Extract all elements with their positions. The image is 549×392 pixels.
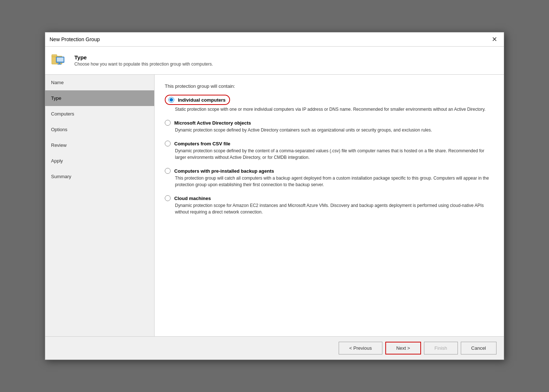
radio-header-opt4: Computers with pre-installed backup agen… [165,168,494,174]
sidebar-item-review[interactable]: Review [45,137,154,153]
svg-rect-1 [52,55,57,57]
sidebar-item-options[interactable]: Options [45,122,154,137]
sidebar-item-apply[interactable]: Apply [45,153,154,169]
radio-header-opt2: Microsoft Active Directory objects [165,120,494,126]
sidebar-item-type[interactable]: Type [45,90,154,106]
radio-header-opt3: Computers from CSV file [165,141,494,146]
dialog-title: New Protection Group [50,36,100,42]
radio-option-opt4: Computers with pre-installed backup agen… [165,168,494,188]
radio-input-opt2[interactable] [165,120,171,126]
radio-label-opt2: Microsoft Active Directory objects [174,120,251,126]
main-content: This protection group will contain: Indi… [155,75,504,336]
radio-desc-opt4: This protection group will catch all com… [175,175,494,188]
radio-input-opt4[interactable] [165,168,171,174]
dialog: New Protection Group ✕ Type Choose how y… [45,32,504,360]
svg-rect-4 [59,63,60,64]
close-button[interactable]: ✕ [490,35,499,43]
content-area: NameTypeComputersOptionsReviewApplySumma… [45,75,504,336]
radio-label-opt5: Cloud machines [174,196,211,201]
radio-option-opt5: Cloud machinesDynamic protection scope f… [165,195,494,215]
sidebar-item-computers[interactable]: Computers [45,106,154,122]
radio-desc-opt3: Dynamic protection scope defined by the … [175,148,494,161]
svg-rect-5 [58,64,61,64]
radio-label-opt4: Computers with pre-installed backup agen… [174,168,274,174]
radio-input-opt1[interactable] [168,97,174,103]
radio-input-opt3[interactable] [165,141,171,146]
title-bar: New Protection Group ✕ [45,32,504,47]
radio-option-opt3: Computers from CSV fileDynamic protectio… [165,141,494,161]
sidebar-item-name[interactable]: Name [45,75,154,90]
svg-rect-3 [57,58,63,62]
radio-group: Individual computersStatic protection sc… [165,95,494,215]
header-icon [51,52,69,69]
header-title: Type [74,54,213,60]
cancel-button[interactable]: Cancel [461,342,497,354]
previous-button[interactable]: < Previous [339,342,382,354]
radio-desc-opt5: Dynamic protection scope for Amazon EC2 … [175,202,494,215]
radio-option-opt1: Individual computersStatic protection sc… [165,95,494,113]
radio-desc-opt1: Static protection scope with one or more… [175,106,494,113]
header-section: Type Choose how you want to populate thi… [45,47,504,75]
radio-header-opt1: Individual computers [165,95,230,105]
header-subtitle: Choose how you want to populate this pro… [74,62,213,67]
radio-label-opt1: Individual computers [178,97,226,103]
next-button[interactable]: Next > [385,342,421,354]
sidebar: NameTypeComputersOptionsReviewApplySumma… [45,75,155,336]
radio-input-opt5[interactable] [165,195,171,201]
radio-option-opt2: Microsoft Active Directory objectsDynami… [165,120,494,133]
finish-button[interactable]: Finish [424,342,458,354]
footer: < Previous Next > Finish Cancel [45,336,504,360]
radio-label-opt3: Computers from CSV file [174,141,230,146]
sidebar-item-summary[interactable]: Summary [45,169,154,184]
radio-desc-opt2: Dynamic protection scope defined by Acti… [175,127,494,133]
radio-header-opt5: Cloud machines [165,195,494,201]
section-label: This protection group will contain: [165,83,494,89]
header-text: Type Choose how you want to populate thi… [74,54,213,67]
